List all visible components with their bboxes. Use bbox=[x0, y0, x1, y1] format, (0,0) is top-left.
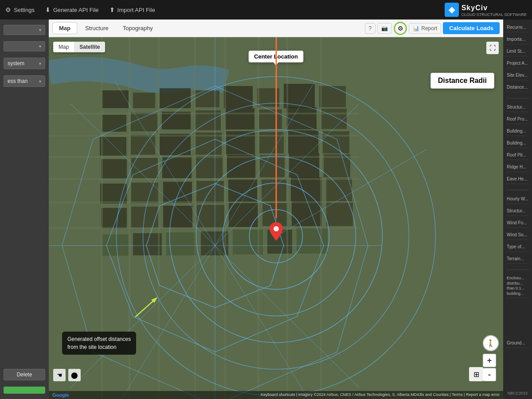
gear-icon: ⚙ bbox=[398, 25, 403, 32]
svg-rect-9 bbox=[102, 115, 126, 132]
settings-button[interactable]: ⚙ Settings bbox=[5, 6, 35, 13]
sidebar-item-structur-2[interactable]: Structur... bbox=[506, 207, 529, 216]
camera-icon: 📷 bbox=[381, 25, 388, 31]
zoom-in-button[interactable]: + bbox=[483, 354, 496, 367]
svg-rect-16 bbox=[321, 109, 347, 129]
svg-rect-43 bbox=[163, 206, 192, 228]
sidebar-item-distance[interactable]: Distance... bbox=[506, 83, 529, 92]
svg-rect-18 bbox=[131, 135, 155, 155]
download-icon: ⬇ bbox=[45, 6, 51, 13]
map-type-satellite[interactable]: Satellite bbox=[74, 42, 105, 52]
report-button[interactable]: 📊 Report bbox=[409, 23, 441, 34]
svg-rect-4 bbox=[195, 90, 219, 107]
report-icon: 📊 bbox=[413, 25, 419, 31]
svg-rect-51 bbox=[166, 232, 196, 255]
tab-structure[interactable]: Structure bbox=[79, 23, 115, 34]
help-button[interactable]: ? bbox=[365, 23, 376, 34]
map-tabs: Map Structure Topography ? 📷 ⚙ 📊 Report … bbox=[49, 20, 503, 37]
distance-radii-label: Distance Radii bbox=[430, 73, 494, 89]
svg-rect-42 bbox=[131, 207, 159, 228]
nbcc-label: NBCC2015 bbox=[506, 388, 529, 395]
sidebar-item-ridge-h[interactable]: Ridge H... bbox=[506, 163, 529, 172]
logo-icon: ◈ bbox=[445, 3, 459, 17]
sidebar-item-type-of[interactable]: Type of... bbox=[506, 243, 529, 252]
sidebar-dropdown-2[interactable]: ▾ bbox=[4, 41, 45, 51]
map-type-map[interactable]: Map bbox=[53, 42, 74, 52]
circle-tool-icon[interactable]: ⬤ bbox=[68, 369, 81, 381]
tab-map[interactable]: Map bbox=[52, 22, 77, 34]
center-line bbox=[275, 37, 277, 218]
svg-rect-37 bbox=[228, 179, 257, 202]
sidebar-item-enclosu[interactable]: Enclosu... distribu... than 0.1... build… bbox=[506, 274, 529, 298]
sidebar-item-wind-so[interactable]: Wind So... bbox=[506, 231, 529, 240]
svg-rect-10 bbox=[131, 113, 157, 131]
sidebar-item-building-1[interactable]: Building... bbox=[506, 127, 529, 136]
svg-rect-25 bbox=[101, 159, 127, 179]
map-area[interactable]: Map Satellite ⛶ Center Location Distance… bbox=[49, 37, 503, 399]
svg-rect-23 bbox=[288, 130, 318, 153]
gear-circle-button[interactable]: ⚙ bbox=[394, 22, 407, 35]
sidebar-item-project-a[interactable]: Project A... bbox=[506, 59, 529, 68]
top-bar: ⚙ Settings ⬇ Generate API File ⬆ Import … bbox=[0, 0, 532, 20]
svg-rect-35 bbox=[163, 182, 192, 203]
person-icon: 🚶 bbox=[486, 339, 495, 348]
sidebar-item-roof-pro[interactable]: Roof Pro... bbox=[506, 115, 529, 124]
sidebar-item-building-2[interactable]: Building... bbox=[506, 139, 529, 148]
svg-point-92 bbox=[274, 226, 279, 231]
map-container: Map Structure Topography ? 📷 ⚙ 📊 Report … bbox=[49, 20, 503, 399]
sidebar-item-site-elev[interactable]: Site Elev... bbox=[506, 71, 529, 80]
zoom-out-button[interactable]: - bbox=[483, 368, 496, 381]
svg-rect-2 bbox=[133, 93, 155, 108]
upload-icon: ⬆ bbox=[110, 6, 115, 13]
svg-rect-55 bbox=[297, 228, 328, 254]
delete-button[interactable]: Delete bbox=[4, 369, 45, 380]
map-marker[interactable] bbox=[270, 222, 283, 240]
sidebar-item-structur[interactable]: Structur... bbox=[506, 103, 529, 112]
sidebar-item-roof-pit[interactable]: Roof Pit... bbox=[506, 151, 529, 160]
marker-icon bbox=[270, 222, 283, 241]
svg-rect-17 bbox=[100, 137, 126, 156]
sidebar-item-importa[interactable]: Importa... bbox=[506, 35, 529, 44]
svg-rect-33 bbox=[100, 184, 127, 203]
layers-button[interactable]: ⊞ bbox=[469, 367, 483, 381]
chevron-down-icon: ▾ bbox=[39, 27, 41, 32]
sidebar-item-eave-he[interactable]: Eave He... bbox=[506, 175, 529, 184]
green-action-button[interactable] bbox=[4, 387, 45, 394]
tab-topography[interactable]: Topography bbox=[117, 23, 159, 34]
svg-rect-27 bbox=[162, 157, 192, 178]
sidebar-dropdown-less-than[interactable]: ess than ▾ bbox=[4, 75, 45, 87]
svg-rect-1 bbox=[102, 90, 129, 108]
sidebar-item-recurre[interactable]: Recurre... bbox=[506, 23, 529, 32]
sidebar-dropdown-1[interactable]: ▾ bbox=[4, 25, 45, 35]
svg-rect-29 bbox=[227, 155, 255, 178]
section-divider-1 bbox=[506, 95, 529, 98]
chevron-down-icon: ▾ bbox=[39, 44, 41, 49]
svg-rect-3 bbox=[160, 88, 191, 108]
sidebar-item-wind-fo[interactable]: Wind Fo... bbox=[506, 219, 529, 228]
svg-rect-49 bbox=[102, 235, 129, 256]
svg-rect-50 bbox=[133, 233, 162, 255]
hand-tool-icon[interactable]: ☚ bbox=[53, 369, 66, 381]
layers-icon: ⊞ bbox=[473, 370, 479, 379]
sidebar-dropdown-system[interactable]: system ▾ bbox=[4, 58, 45, 69]
chevron-down-icon: ▾ bbox=[39, 79, 41, 84]
sidebar-item-ground[interactable]: Ground... bbox=[506, 339, 529, 348]
sidebar-item-terrain[interactable]: Terrain... bbox=[506, 254, 529, 264]
svg-rect-24 bbox=[323, 131, 349, 153]
expand-button[interactable]: ⛶ bbox=[486, 42, 499, 54]
calculate-loads-button[interactable]: Calculate Loads bbox=[443, 22, 500, 34]
sidebar-item-limit-st[interactable]: Limit St... bbox=[506, 47, 529, 56]
svg-rect-40 bbox=[326, 178, 352, 201]
main-content: ▾ ▾ system ▾ ess than ▾ Delete Map Struc… bbox=[0, 20, 532, 399]
svg-rect-28 bbox=[196, 156, 223, 178]
map-controls-left: ☚ ⬤ bbox=[53, 369, 81, 381]
svg-rect-8 bbox=[319, 86, 346, 107]
sidebar-item-hourly-w[interactable]: Hourly W... bbox=[506, 195, 529, 204]
generate-api-button[interactable]: ⬇ Generate API File bbox=[45, 6, 99, 13]
svg-rect-48 bbox=[326, 202, 353, 226]
svg-rect-13 bbox=[225, 108, 254, 129]
svg-rect-5 bbox=[224, 86, 253, 108]
camera-button[interactable]: 📷 bbox=[377, 23, 392, 34]
street-view-button[interactable]: 🚶 bbox=[483, 335, 499, 351]
import-api-button[interactable]: ⬆ Import API File bbox=[110, 6, 155, 13]
